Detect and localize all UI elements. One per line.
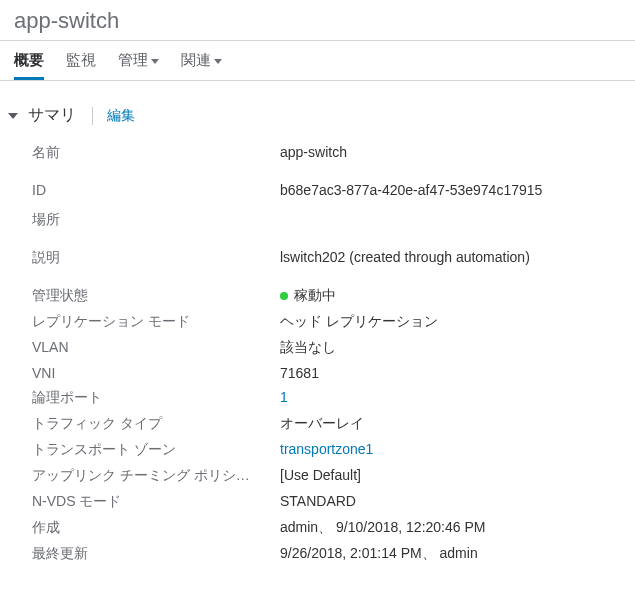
value-last-modified: 9/26/2018, 2:01:14 PM、 admin	[280, 545, 621, 563]
collapse-toggle-icon[interactable]	[8, 113, 18, 119]
value-description: lswitch202 (created through automation)	[280, 249, 621, 265]
value-logical-ports[interactable]: 1	[280, 389, 621, 405]
summary-properties: 名前 app-switch ID b68e7ac3-877a-420e-af47…	[0, 134, 635, 585]
label-nvds-mode: N-VDS モード	[32, 493, 280, 511]
tab-manage[interactable]: 管理	[118, 51, 159, 80]
label-id: ID	[32, 182, 280, 198]
value-id: b68e7ac3-877a-420e-af47-53e974c17915	[280, 182, 621, 198]
summary-title: サマリ	[28, 105, 76, 126]
admin-state-text: 稼動中	[294, 287, 336, 303]
row-admin-state: 管理状態 稼動中	[32, 287, 621, 305]
row-vlan: VLAN 該当なし	[32, 339, 621, 357]
row-location: 場所	[32, 206, 621, 229]
summary-section-header: サマリ 編集	[0, 81, 635, 134]
label-created: 作成	[32, 519, 280, 537]
label-admin-state: 管理状態	[32, 287, 280, 305]
tab-overview-label: 概要	[14, 51, 44, 70]
label-name: 名前	[32, 144, 280, 162]
row-transport-zone: トランスポート ゾーン transportzone1	[32, 441, 621, 459]
row-nvds-mode: N-VDS モード STANDARD	[32, 493, 621, 511]
tab-monitor-label: 監視	[66, 51, 96, 70]
row-vni: VNI 71681	[32, 365, 621, 381]
label-logical-ports: 論理ポート	[32, 389, 280, 407]
value-admin-state: 稼動中	[280, 287, 621, 305]
value-vni: 71681	[280, 365, 621, 381]
value-transport-zone[interactable]: transportzone1	[280, 441, 621, 457]
value-uplink-teaming-policy: [Use Default]	[280, 467, 621, 483]
row-description: 説明 lswitch202 (created through automatio…	[32, 249, 621, 267]
tab-related-label: 関連	[181, 51, 211, 70]
label-last-modified: 最終更新	[32, 545, 280, 563]
label-replication-mode: レプリケーション モード	[32, 313, 280, 331]
label-transport-zone: トランスポート ゾーン	[32, 441, 280, 459]
value-nvds-mode: STANDARD	[280, 493, 621, 509]
label-traffic-type: トラフィック タイプ	[32, 415, 280, 433]
label-location: 場所	[32, 211, 280, 229]
row-name: 名前 app-switch	[32, 144, 621, 162]
value-name: app-switch	[280, 144, 621, 160]
tab-bar: 概要 監視 管理 関連	[0, 41, 635, 80]
tab-manage-label: 管理	[118, 51, 148, 70]
label-description: 説明	[32, 249, 280, 267]
value-replication-mode: ヘッド レプリケーション	[280, 313, 621, 331]
vertical-divider	[92, 107, 93, 125]
label-vlan: VLAN	[32, 339, 280, 355]
label-vni: VNI	[32, 365, 280, 381]
edit-link[interactable]: 編集	[107, 107, 135, 125]
row-traffic-type: トラフィック タイプ オーバーレイ	[32, 415, 621, 433]
value-vlan: 該当なし	[280, 339, 621, 357]
row-logical-ports: 論理ポート 1	[32, 389, 621, 407]
status-dot-icon	[280, 292, 288, 300]
chevron-down-icon	[214, 59, 222, 64]
row-created: 作成 admin、 9/10/2018, 12:20:46 PM	[32, 519, 621, 537]
value-location	[280, 206, 621, 224]
value-traffic-type: オーバーレイ	[280, 415, 621, 433]
label-uplink-teaming-policy: アップリンク チーミング ポリシ…	[32, 467, 280, 485]
row-last-modified: 最終更新 9/26/2018, 2:01:14 PM、 admin	[32, 545, 621, 563]
tab-monitor[interactable]: 監視	[66, 51, 96, 80]
row-replication-mode: レプリケーション モード ヘッド レプリケーション	[32, 313, 621, 331]
chevron-down-icon	[151, 59, 159, 64]
row-id: ID b68e7ac3-877a-420e-af47-53e974c17915	[32, 182, 621, 198]
page-title: app-switch	[0, 0, 635, 40]
tab-overview[interactable]: 概要	[14, 51, 44, 80]
row-uplink-teaming-policy: アップリンク チーミング ポリシ… [Use Default]	[32, 467, 621, 485]
value-created: admin、 9/10/2018, 12:20:46 PM	[280, 519, 621, 537]
tab-related[interactable]: 関連	[181, 51, 222, 80]
